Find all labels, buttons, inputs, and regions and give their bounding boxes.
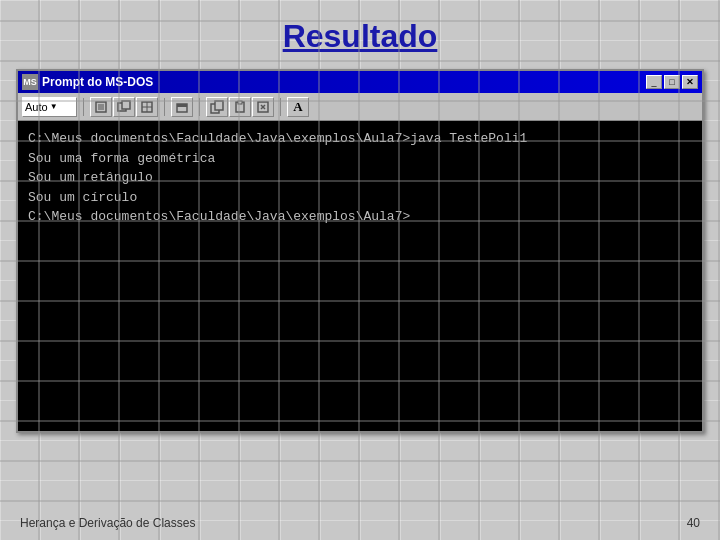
paste-icon xyxy=(233,100,247,114)
toolbar-btn-5[interactable] xyxy=(252,97,274,117)
toolbar-separator-1 xyxy=(83,98,84,116)
titlebar-buttons: _ □ ✕ xyxy=(646,75,698,89)
toolbar-icon-3 xyxy=(140,100,154,114)
close-button[interactable]: ✕ xyxy=(682,75,698,89)
maximize-icon xyxy=(175,100,189,114)
toolbar-icon-5 xyxy=(256,100,270,114)
dropdown-arrow-icon: ▼ xyxy=(50,102,58,111)
toolbar-btn-2[interactable] xyxy=(113,97,135,117)
footer-left-text: Herança e Derivação de Classes xyxy=(20,516,195,530)
terminal-line-0: C:\Meus documentos\Faculdade\Java\exempl… xyxy=(28,129,692,149)
maximize-button[interactable]: □ xyxy=(664,75,680,89)
terminal-line-5: C:\Meus documentos\Faculdade\Java\exempl… xyxy=(28,207,692,227)
copy-icon xyxy=(210,100,224,114)
terminal-content: C:\Meus documentos\Faculdade\Java\exempl… xyxy=(18,121,702,431)
toolbar-separator-3 xyxy=(199,98,200,116)
titlebar-title: Prompt do MS-DOS xyxy=(42,75,153,89)
toolbar-btn-3[interactable] xyxy=(136,97,158,117)
toolbar-btn-1[interactable] xyxy=(90,97,112,117)
toolbar-separator-4 xyxy=(280,98,281,116)
toolbar-separator-2 xyxy=(164,98,165,116)
svg-rect-1 xyxy=(98,104,104,110)
msdos-window: MS Prompt do MS-DOS _ □ ✕ Auto ▼ xyxy=(16,69,704,433)
terminal-line-4: Sou um círculo xyxy=(28,188,692,208)
footer-page-number: 40 xyxy=(687,516,700,530)
toolbar-btn-maximize[interactable] xyxy=(171,97,193,117)
page-footer: Herança e Derivação de Classes 40 xyxy=(0,516,720,530)
toolbar-btn-paste[interactable] xyxy=(229,97,251,117)
titlebar-left: MS Prompt do MS-DOS xyxy=(22,74,153,90)
svg-rect-3 xyxy=(122,101,130,109)
minimize-button[interactable]: _ xyxy=(646,75,662,89)
svg-rect-12 xyxy=(238,101,242,104)
toolbar-btn-copy[interactable] xyxy=(206,97,228,117)
terminal-line-3: Sou um retângulo xyxy=(28,168,692,188)
titlebar: MS Prompt do MS-DOS _ □ ✕ xyxy=(18,71,702,93)
page-title: Resultado xyxy=(0,18,720,55)
titlebar-icon: MS xyxy=(22,74,38,90)
toolbar-icon-1 xyxy=(94,100,108,114)
toolbar-btn-group-2 xyxy=(171,97,193,117)
toolbar: Auto ▼ xyxy=(18,93,702,121)
terminal-line-2: Sou uma forma geométrica xyxy=(28,149,692,169)
svg-rect-8 xyxy=(177,104,187,107)
auto-dropdown[interactable]: Auto ▼ xyxy=(22,97,77,117)
toolbar-btn-group-3 xyxy=(206,97,274,117)
toolbar-btn-font[interactable]: A xyxy=(287,97,309,117)
toolbar-btn-group-1 xyxy=(90,97,158,117)
toolbar-icon-2 xyxy=(117,100,131,114)
svg-rect-10 xyxy=(215,101,223,110)
